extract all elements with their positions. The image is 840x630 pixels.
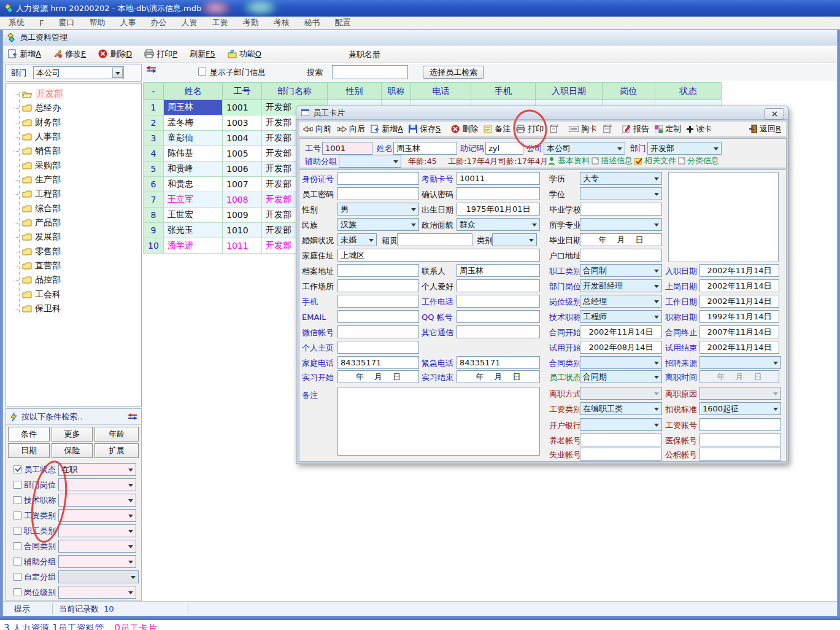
aux-group-checkbox[interactable]: [13, 558, 21, 566]
hukou-input[interactable]: [580, 249, 662, 262]
tree-item[interactable]: 人事部: [13, 131, 61, 143]
dialog-delete-button[interactable]: 删除: [451, 123, 478, 134]
dept-post-filter-combo[interactable]: [58, 478, 136, 491]
pension-account-input[interactable]: [580, 434, 662, 446]
work-tel-input[interactable]: [457, 295, 540, 308]
post-level-checkbox[interactable]: [13, 588, 21, 596]
badge-button[interactable]: 胸卡: [569, 123, 597, 134]
filter-tab-insurance[interactable]: 保险: [52, 443, 93, 458]
urgent-tel-input[interactable]: 84335171: [457, 356, 540, 369]
tab-basic-info[interactable]: 基本资料: [558, 155, 590, 166]
aux-group-filter-combo[interactable]: [58, 555, 136, 568]
tab-description-info[interactable]: 描述信息: [601, 155, 633, 166]
menu-secretary[interactable]: 秘书: [304, 17, 320, 28]
native-place-input[interactable]: [397, 233, 472, 246]
select-employee-search-button[interactable]: 选择员工检索: [423, 66, 484, 79]
home-tel-input[interactable]: 84335171: [337, 356, 419, 369]
tech-title-combo[interactable]: 工程师: [580, 310, 662, 323]
password-input[interactable]: [337, 187, 419, 200]
qq-input[interactable]: [457, 310, 540, 323]
close-button[interactable]: [765, 108, 784, 120]
recruit-source-combo[interactable]: [699, 356, 781, 369]
menu-window[interactable]: 窗口: [58, 17, 74, 28]
mobile-input[interactable]: [337, 295, 419, 308]
dialog-new-button[interactable]: 新增A: [371, 123, 403, 134]
post-date-input[interactable]: 2002年11月14日: [699, 279, 779, 292]
menu-salary[interactable]: 工资: [212, 17, 228, 28]
column-header-post[interactable]: 岗位: [603, 82, 655, 100]
column-header-mobile[interactable]: 手机: [471, 82, 536, 100]
return-button[interactable]: 返回R: [749, 123, 781, 134]
menu-system[interactable]: 系统: [9, 17, 25, 28]
tree-item[interactable]: 财务部: [13, 117, 61, 129]
trial-start-input[interactable]: 2002年08月14日: [580, 341, 662, 354]
category-combo[interactable]: [492, 233, 537, 246]
column-header[interactable]: -: [143, 82, 164, 100]
tree-item[interactable]: 生产部: [13, 174, 61, 186]
new-button[interactable]: 新增A: [8, 49, 41, 60]
salary-type-filter-combo[interactable]: [58, 509, 136, 522]
id-card-input[interactable]: [337, 172, 419, 185]
emp-status-combo[interactable]: 合同期: [580, 370, 662, 383]
function-button[interactable]: 功能O: [228, 49, 261, 60]
post-level-filter-combo[interactable]: [58, 586, 136, 599]
major-combo[interactable]: [580, 218, 662, 231]
parttime-roster-label[interactable]: 兼职名册: [349, 49, 380, 60]
confirm-password-input[interactable]: [457, 187, 540, 200]
tree-item[interactable]: 零售部: [13, 246, 61, 258]
tax-standard-combo[interactable]: 1600起征: [699, 402, 781, 415]
tree-item[interactable]: 品控部: [13, 274, 61, 286]
title-date-input[interactable]: 1992年11月14日: [699, 310, 779, 323]
report-button[interactable]: 报告: [622, 123, 649, 134]
column-header-hiredate[interactable]: 入职日期: [536, 82, 603, 100]
filter-tab-extend[interactable]: 扩展: [94, 443, 139, 458]
swap-arrows-icon[interactable]: [128, 413, 137, 420]
emp-status-checkbox[interactable]: [13, 465, 21, 473]
tree-item[interactable]: 工会科: [13, 289, 61, 301]
tree-item-dev[interactable]: 开发部: [13, 88, 64, 100]
salary-type-combo[interactable]: 在编职工类: [580, 402, 662, 415]
emp-type-combo[interactable]: 合同制: [580, 264, 662, 277]
tech-title-checkbox[interactable]: [13, 496, 21, 504]
school-input[interactable]: [580, 203, 662, 216]
filter-tab-condition[interactable]: 条件: [8, 427, 50, 441]
tech-title-filter-combo[interactable]: [58, 494, 136, 507]
note-button[interactable]: 备注: [484, 123, 511, 134]
file-address-input[interactable]: [337, 264, 419, 277]
other-comm-input[interactable]: [457, 325, 540, 338]
mnemonic-input[interactable]: zyl: [485, 142, 523, 155]
homepage-input[interactable]: [337, 341, 419, 354]
column-header-gender[interactable]: 性别: [328, 82, 382, 100]
menu-attendance[interactable]: 考勤: [242, 17, 258, 28]
post-level-combo[interactable]: 总经理: [580, 295, 662, 308]
dialog-titlebar[interactable]: 员工卡片: [296, 106, 788, 120]
filter-tab-date[interactable]: 日期: [8, 443, 50, 458]
filter-tab-more[interactable]: 更多: [52, 427, 93, 441]
column-header-title[interactable]: 职称: [382, 82, 411, 100]
swap-arrows-icon[interactable]: [146, 66, 156, 73]
contract-type-combo[interactable]: [580, 356, 662, 369]
emp-no-input[interactable]: 1001: [322, 142, 372, 155]
emp-type-checkbox[interactable]: [13, 527, 21, 535]
bank-combo[interactable]: [580, 418, 662, 431]
tree-item[interactable]: 发展部: [13, 231, 61, 243]
menu-hr[interactable]: 人事: [120, 17, 136, 28]
trial-end-input[interactable]: 2002年11月14日: [699, 341, 779, 354]
tree-item[interactable]: 保卫科: [13, 303, 61, 315]
print-preview-button[interactable]: [549, 125, 558, 133]
tree-item[interactable]: 综合部: [13, 203, 61, 215]
show-sub-dept-checkbox[interactable]: [198, 68, 206, 76]
department-combobox[interactable]: 本公司: [33, 66, 124, 79]
menu-hc[interactable]: 人资: [181, 17, 197, 28]
workplace-input[interactable]: [337, 279, 419, 292]
tree-item[interactable]: 总经办: [13, 102, 61, 114]
home-address-input[interactable]: 上城区: [337, 249, 540, 262]
name-input[interactable]: 周玉林: [393, 142, 457, 155]
attend-card-input[interactable]: 10011: [457, 172, 540, 185]
company-combo[interactable]: 本公司: [544, 142, 625, 155]
tab-class-info[interactable]: 分类信息: [687, 155, 719, 166]
read-card-button[interactable]: 读卡: [687, 123, 712, 134]
hire-date-input[interactable]: 2002年11月14日: [699, 264, 779, 277]
menu-config[interactable]: 配置: [334, 17, 350, 28]
tree-item[interactable]: 产品部: [13, 217, 61, 229]
